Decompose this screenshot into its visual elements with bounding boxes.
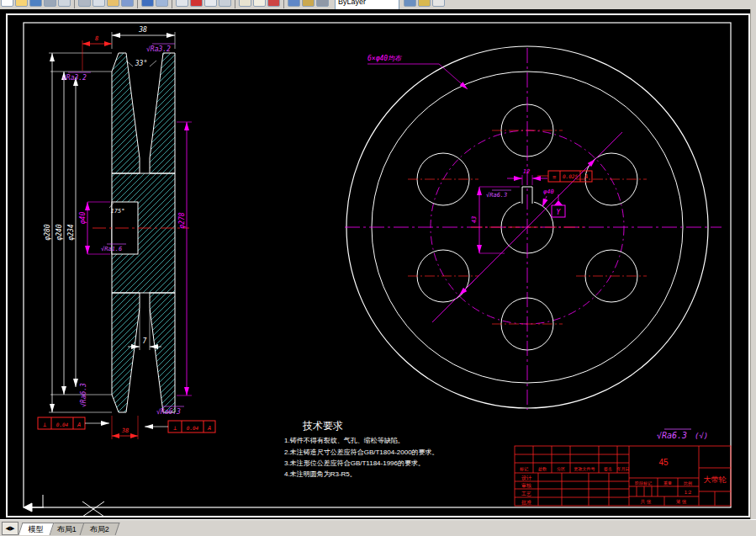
right-scrollbar[interactable] [750,9,756,520]
dim-outer-dia: φ280 [44,224,51,240]
roughness-keyway: √Ra6.3 [486,192,507,199]
tol-left-symbol: ⊥ [43,422,46,428]
dim-inner-dia: φ234 [67,224,75,240]
tab-layout2[interactable]: 布局2 [80,523,120,535]
holes-note: 6×φ40均布 [367,55,402,62]
dim-top-width: 38 [138,26,147,34]
tb-header-2: 处数 [538,466,547,472]
roughness-left: √Ra3.2 [62,74,87,82]
tb-role-approve: 批准 [521,500,531,506]
roughness-top: √Ra3.2 [146,45,171,53]
tech-req-title: 技术要求 [302,420,343,432]
tol-left-datum: A [77,422,81,428]
layout-tab-nav-buttons[interactable]: ◀▶ [2,522,19,535]
dim-groove-angle: 33° [135,60,147,67]
roughness-bottom-left: √Ra6.3 [80,383,87,407]
dim-slot-width: 7 [143,337,147,345]
dim-hub-width: 38 [121,427,129,434]
tb-header-1: 标记 [519,466,528,472]
tb-material: 45 [658,458,669,467]
tech-req-line1: 1.铸件不得有裂纹、气孔、缩松等缺陷。 [284,437,404,444]
dim-pitch-dia: φ240 [56,224,63,240]
tol-keyway-symbol: ≡ [552,174,556,181]
tb-role-check: 审核 [521,482,531,488]
tab-model[interactable]: 模型 [19,523,55,535]
tb-sheet-total: 共 张 [640,499,652,505]
tb-header-4: 更改文件号 [574,466,595,471]
tb-role-process: 工艺 [521,491,531,496]
autocad-window: ByLayer [0,0,756,536]
drawing-canvas[interactable]: φ280 φ240 φ234 φ40 φ278 38 8 [0,0,756,536]
tech-req-line2: 2.未注铸造尺寸公差应符合GB/T1804-2000的要求。 [284,448,439,456]
tb-header-6: 年月日 [617,466,630,472]
general-roughness-symbol: √Ra6.3 [657,431,687,440]
dim-right-dia: φ278 [178,212,186,228]
general-roughness-suffix: (√) [695,432,708,440]
tol-right-value: 0.04 [187,425,199,431]
dim-bore-dia: φ40 [79,212,87,225]
tb-header-3: 分区 [557,466,565,471]
tb-field-stage: 阶段标记 [635,480,652,486]
tol-right-datum: A [207,425,211,432]
bore-note: 175° [111,208,125,215]
layout-tab-bar: ◀▶ 模型 布局1 布局2 [0,519,756,536]
tb-field-scale: 比例 [684,480,692,486]
dim-keyway-width: 12 [523,168,530,175]
dim-keyway-depth: 43 [471,216,478,223]
tb-scale-value: 1:2 [685,490,692,495]
tb-field-weight: 重量 [663,480,672,486]
tb-sheet-no: 第 张 [676,499,687,505]
tol-left-value: 0.04 [56,422,69,427]
tb-part-name: 大带轮 [704,475,727,484]
tol-right-symbol: ⊥ [173,425,177,432]
dim-flange: 8 [95,35,98,42]
tol-keyway-value: 0.025 [563,173,578,179]
tol-keyway-datum: A [584,173,588,180]
dim-front-bore: φ40 [543,188,554,195]
tb-role-design: 设计 [521,475,531,480]
tb-header-5: 签名 [604,466,612,472]
tech-req-line4: 4.未注明圆角为R3-R5。 [284,470,357,478]
tech-req-line3: 3.未注形位公差应符合GB/T1184-1996的要求。 [284,459,425,467]
roughness-bottom-right: √Ra6.3 [156,408,181,416]
roughness-bore: √Ra1.6 [101,246,122,252]
